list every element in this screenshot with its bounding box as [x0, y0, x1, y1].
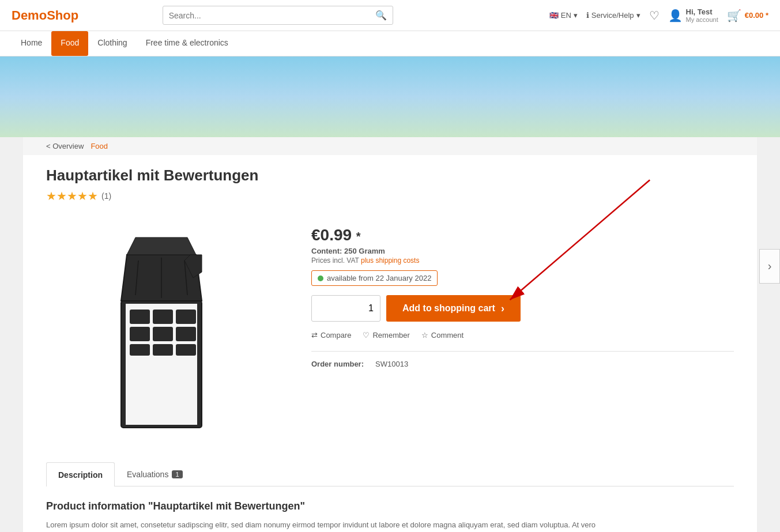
compare-button[interactable]: ⇄ Compare	[311, 331, 351, 339]
account-hi: Hi, Test	[686, 7, 718, 16]
availability-badge: available from 22 January 2022	[311, 270, 438, 286]
cart-icon: 🛒	[727, 9, 741, 22]
product-image	[98, 220, 225, 439]
chevron-down-icon: ▾	[636, 11, 640, 20]
svg-rect-6	[176, 310, 196, 324]
content-info: Content: 250 Gramm	[311, 247, 734, 255]
logo: DemoShop	[12, 8, 78, 23]
price-value: €0.99	[311, 226, 352, 244]
cart-price: €0.00 *	[745, 11, 768, 20]
svg-rect-7	[130, 327, 150, 341]
nav-item-home[interactable]: Home	[12, 31, 51, 56]
content-label: Content:	[311, 247, 342, 255]
remember-label: Remember	[372, 331, 409, 339]
cart-button[interactable]: 🛒 €0.00 *	[727, 9, 768, 22]
add-to-cart-row: ▾ Add to shopping cart ›	[311, 295, 734, 322]
main-nav: Home Food Clothing Free time & electroni…	[0, 31, 780, 56]
user-icon: 👤	[668, 9, 683, 22]
tab-description-label: Description	[58, 470, 103, 480]
availability-text: available from 22 January 2022	[327, 274, 431, 282]
nav-item-clothing[interactable]: Clothing	[88, 31, 136, 56]
svg-rect-12	[176, 344, 196, 356]
quantity-input[interactable]	[312, 297, 380, 319]
next-slide-button[interactable]: ›	[759, 249, 780, 284]
account-label: My account	[686, 16, 718, 23]
wishlist-button[interactable]: ♡	[649, 9, 660, 22]
vat-text: Prices incl. VAT	[311, 256, 361, 265]
tab-evaluations[interactable]: Evaluations 1	[115, 462, 195, 486]
search-button[interactable]: 🔍	[375, 10, 387, 21]
tab-description[interactable]: Description	[46, 462, 115, 486]
shipping-costs-link[interactable]: plus shipping costs	[361, 256, 419, 265]
main-content: Hauptartikel mit Bewertungen ★★★★★ (1)	[23, 155, 757, 532]
description-panel: Product information "Hauptartikel mit Be…	[46, 486, 734, 532]
description-text: Lorem ipsum dolor sit amet, consetetur s…	[46, 519, 734, 531]
lang-label: EN	[561, 11, 571, 20]
breadcrumb-current: Food	[91, 142, 108, 150]
price-asterisk: *	[356, 230, 361, 243]
flag-icon: 🇬🇧	[549, 11, 559, 20]
tabs-bar: Description Evaluations 1	[46, 462, 734, 486]
add-to-cart-button[interactable]: Add to shopping cart ›	[386, 295, 521, 322]
page-wrapper: < Overview Food Hauptartikel mit Bewertu…	[0, 137, 780, 532]
tab-evaluations-label: Evaluations	[127, 470, 168, 479]
compare-icon: ⇄	[311, 331, 318, 339]
account-text: Hi, Test My account	[686, 7, 718, 23]
review-count[interactable]: (1)	[101, 191, 111, 201]
heart-icon: ♡	[363, 331, 370, 339]
product-layout: €0.99 * Content: 250 Gramm Prices incl. …	[46, 214, 734, 445]
hero-banner	[0, 56, 780, 137]
svg-rect-8	[153, 327, 173, 341]
product-title: Hauptartikel mit Bewertungen	[46, 167, 734, 184]
logo-accent: Shop	[47, 8, 78, 22]
star-icon: ☆	[421, 331, 428, 339]
order-number-row: Order number: SW10013	[311, 351, 734, 368]
order-number-label: Order number:	[311, 360, 364, 368]
add-to-cart-label: Add to shopping cart	[402, 303, 495, 314]
search-input[interactable]	[169, 11, 375, 20]
help-label: Service/Help	[591, 11, 634, 20]
breadcrumb-back[interactable]: < Overview	[46, 142, 84, 150]
language-selector[interactable]: 🇬🇧 EN ▾	[549, 11, 578, 20]
quantity-selector: ▾	[311, 295, 380, 322]
content-value: 250 Gramm	[344, 247, 385, 255]
svg-rect-9	[176, 327, 196, 341]
comment-label: Comment	[431, 331, 464, 339]
svg-rect-11	[153, 344, 173, 356]
heart-icon: ♡	[649, 9, 660, 22]
svg-rect-4	[130, 310, 150, 324]
nav-item-food[interactable]: Food	[51, 31, 88, 56]
logo-main: Demo	[12, 8, 47, 22]
chevron-down-icon: ▾	[574, 11, 578, 20]
help-icon: ℹ	[586, 11, 589, 20]
stars-row: ★★★★★ (1)	[46, 189, 734, 203]
nav-item-free-time[interactable]: Free time & electronics	[137, 31, 238, 56]
breadcrumb: < Overview Food	[23, 137, 757, 155]
header: DemoShop 🔍 🇬🇧 EN ▾ ℹ Service/Help ▾ ♡ 👤 …	[0, 0, 780, 31]
help-button[interactable]: ℹ Service/Help ▾	[586, 11, 640, 20]
search-bar: 🔍	[163, 6, 393, 25]
product-image-area	[46, 214, 277, 445]
star-rating[interactable]: ★★★★★	[46, 189, 98, 203]
availability-dot	[318, 276, 323, 281]
content-panel: < Overview Food Hauptartikel mit Bewertu…	[23, 137, 757, 532]
description-heading: Product information "Hauptartikel mit Be…	[46, 500, 734, 512]
order-number-value: SW10013	[375, 360, 408, 368]
product-price: €0.99 *	[311, 226, 734, 244]
evaluations-badge: 1	[172, 470, 182, 478]
vat-info: Prices incl. VAT plus shipping costs	[311, 256, 734, 265]
product-info: €0.99 * Content: 250 Gramm Prices incl. …	[311, 214, 734, 368]
svg-rect-5	[153, 310, 173, 324]
arrow-right-icon: ›	[501, 303, 504, 315]
remember-button[interactable]: ♡ Remember	[363, 331, 409, 339]
header-actions: 🇬🇧 EN ▾ ℹ Service/Help ▾ ♡ 👤 Hi, Test My…	[549, 7, 768, 23]
svg-marker-2	[127, 237, 196, 255]
comment-button[interactable]: ☆ Comment	[421, 331, 464, 339]
account-button[interactable]: 👤 Hi, Test My account	[668, 7, 718, 23]
svg-rect-10	[130, 344, 150, 356]
product-actions: ⇄ Compare ♡ Remember ☆ Comment	[311, 331, 734, 339]
compare-label: Compare	[321, 331, 351, 339]
